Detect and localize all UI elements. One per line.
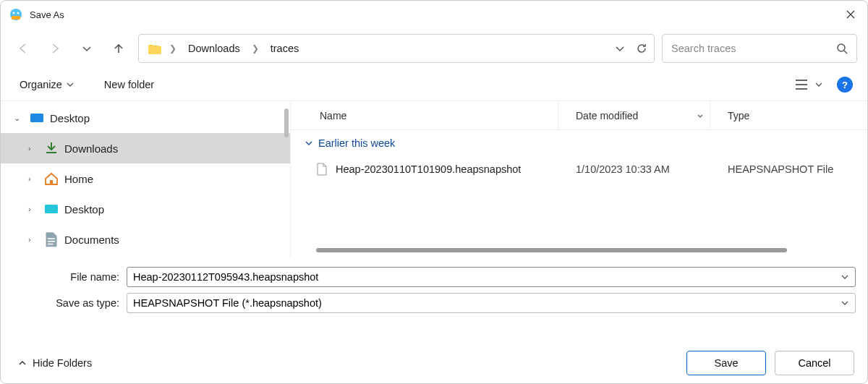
desktop-icon: [44, 202, 59, 216]
column-header-type[interactable]: Type: [710, 101, 867, 129]
sidebar-scrollbar[interactable]: [284, 108, 289, 137]
home-icon: [44, 172, 59, 185]
list-view-icon: [795, 79, 808, 90]
footer: Hide Folders Save Cancel: [1, 343, 867, 383]
forward-button[interactable]: [43, 36, 67, 61]
organize-menu[interactable]: Organize: [15, 76, 78, 93]
search-input[interactable]: Search traces: [662, 34, 857, 63]
file-type: HEAPSNAPSHOT File: [710, 163, 867, 175]
filename-value: Heap-20230112T095943.heapsnapshot: [133, 271, 318, 283]
chevron-down-icon: [841, 299, 849, 307]
breadcrumb-downloads[interactable]: Downloads: [184, 40, 244, 57]
title-bar: Save As: [1, 1, 867, 28]
chevron-down-icon: [815, 81, 822, 88]
address-dropdown-icon[interactable]: [615, 43, 625, 54]
sidebar-item-label: Desktop: [50, 112, 90, 124]
organize-label: Organize: [20, 79, 62, 90]
chevron-down-icon: ⌄: [14, 114, 24, 123]
address-bar[interactable]: ❯ Downloads ❯ traces: [138, 34, 655, 63]
main-area: ⌄ Desktop › Downloads › Home: [1, 101, 867, 258]
chevron-right-icon: ❯: [168, 43, 178, 54]
savetype-label: Save as type:: [12, 297, 119, 309]
cancel-button-label: Cancel: [798, 357, 830, 369]
column-label: Type: [728, 110, 749, 121]
file-modified: 1/10/2023 10:33 AM: [558, 163, 710, 175]
chevron-down-icon: [305, 140, 312, 147]
new-folder-button[interactable]: New folder: [100, 76, 158, 93]
svg-rect-7: [45, 205, 58, 213]
close-button[interactable]: [834, 1, 867, 28]
sidebar-item-desktop-2[interactable]: › Desktop: [1, 194, 290, 224]
chevron-up-icon: [18, 359, 27, 367]
folder-icon: [148, 43, 162, 54]
search-icon: [836, 43, 848, 54]
column-label: Date modified: [576, 110, 638, 121]
sidebar-tree: ⌄ Desktop › Downloads › Home: [1, 101, 290, 258]
chevron-down-icon: [841, 273, 849, 281]
breadcrumb-traces[interactable]: traces: [266, 40, 304, 57]
savetype-value: HEAPSNAPSHOT File (*.heapsnapshot): [133, 297, 322, 309]
svg-rect-5: [30, 114, 43, 122]
group-header-label: Earlier this week: [318, 137, 395, 149]
save-button[interactable]: Save: [686, 351, 766, 375]
sidebar-item-home[interactable]: › Home: [1, 163, 290, 194]
document-icon: [44, 233, 59, 246]
save-form: File name: Heap-20230112T095943.heapsnap…: [1, 258, 867, 319]
column-label: Name: [320, 110, 346, 121]
sidebar-item-label: Desktop: [64, 203, 104, 216]
save-button-label: Save: [714, 357, 738, 369]
window-title: Save As: [30, 9, 64, 20]
download-icon: [44, 142, 59, 155]
sort-indicator-icon: [697, 112, 704, 119]
column-header-name[interactable]: Name: [291, 101, 558, 129]
savetype-select[interactable]: HEAPSNAPSHOT File (*.heapsnapshot): [127, 293, 856, 313]
view-options-button[interactable]: [791, 76, 827, 93]
svg-point-3: [17, 12, 20, 14]
file-row[interactable]: Heap-20230110T101909.heapsnapshot 1/10/2…: [291, 156, 867, 182]
sidebar-item-desktop[interactable]: ⌄ Desktop: [1, 103, 290, 133]
svg-rect-1: [12, 16, 20, 20]
chevron-right-icon: ›: [28, 144, 38, 153]
svg-point-4: [838, 44, 845, 51]
sidebar-item-label: Home: [64, 173, 93, 185]
chevron-down-icon: [67, 81, 74, 88]
back-button[interactable]: [11, 36, 35, 61]
svg-point-2: [13, 12, 15, 14]
file-icon: [317, 163, 327, 176]
desktop-icon: [30, 111, 44, 124]
chevron-right-icon: ›: [28, 235, 38, 244]
group-header[interactable]: Earlier this week: [291, 130, 867, 156]
column-header-modified[interactable]: Date modified: [558, 101, 710, 129]
up-button[interactable]: [106, 36, 131, 61]
chevron-right-icon: ›: [28, 205, 38, 213]
help-button[interactable]: ?: [837, 77, 853, 93]
chevron-right-icon: ❯: [250, 43, 260, 54]
hide-folders-button[interactable]: Hide Folders: [14, 354, 96, 372]
new-folder-label: New folder: [104, 79, 154, 90]
nav-row: ❯ Downloads ❯ traces Search traces: [1, 28, 867, 69]
cancel-button[interactable]: Cancel: [775, 351, 854, 375]
filename-input[interactable]: Heap-20230112T095943.heapsnapshot: [127, 267, 856, 287]
refresh-button[interactable]: [635, 42, 648, 55]
sidebar-item-downloads[interactable]: › Downloads: [1, 133, 290, 163]
recent-dropdown[interactable]: [75, 36, 99, 61]
column-headers: Name Date modified Type: [291, 101, 867, 130]
search-placeholder: Search traces: [671, 43, 830, 54]
sidebar-item-label: Documents: [64, 234, 119, 246]
sidebar-item-documents[interactable]: › Documents: [1, 224, 290, 255]
filename-label: File name:: [12, 271, 119, 283]
toolbar: Organize New folder ?: [1, 69, 867, 101]
hide-folders-label: Hide Folders: [33, 357, 92, 369]
app-icon: [9, 8, 22, 21]
svg-rect-6: [50, 180, 53, 184]
horizontal-scrollbar[interactable]: [305, 248, 853, 254]
chevron-right-icon: ›: [28, 174, 38, 183]
sidebar-item-label: Downloads: [64, 142, 118, 155]
file-name: Heap-20230110T101909.heapsnapshot: [336, 163, 521, 175]
file-list-pane: Name Date modified Type Earlier this wee…: [290, 101, 867, 258]
